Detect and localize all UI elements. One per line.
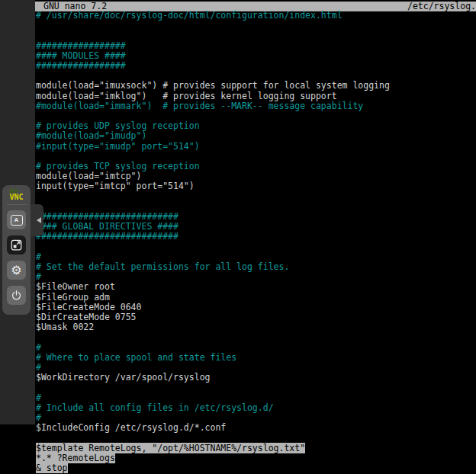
editor-line: # <box>36 393 476 403</box>
editor-line <box>36 21 476 30</box>
editor-line <box>36 433 476 443</box>
clipboard-button[interactable]: A <box>7 210 26 229</box>
editor-line <box>36 332 476 342</box>
fullscreen-button[interactable] <box>7 235 26 255</box>
editor-line: ########################### <box>36 232 476 242</box>
editor-line: # Set the default permissions for all lo… <box>36 262 476 272</box>
editor-line: $FileCreateMode 0640 <box>36 303 476 312</box>
editor-line <box>36 242 476 252</box>
selected-text: $template RemoteLogs, "/opt/%HOSTNAME%/r… <box>36 443 305 453</box>
editor-line: $IncludeConfig /etc/rsyslog.d/*.conf <box>36 423 476 433</box>
power-icon <box>11 290 22 301</box>
selected-text: *.* ?RemoteLogs <box>36 453 115 463</box>
editor-line: $WorkDirectory /var/spool/rsyslog <box>36 373 476 383</box>
editor-line: input(type="imtcp" port="514") <box>36 181 476 191</box>
toolbar-divider <box>7 204 27 205</box>
editor-line: *.* ?RemoteLogs <box>36 453 476 463</box>
power-button[interactable] <box>7 286 26 305</box>
editor-line: # Include all config files in /etc/rsysl… <box>36 403 476 413</box>
editor-content[interactable]: # /usr/share/doc/rsyslog-doc/html/config… <box>36 11 476 473</box>
gear-icon: ⚙ <box>11 264 21 277</box>
editor-line: # Where to place spool and state files <box>36 353 476 363</box>
fullscreen-icon <box>11 239 22 251</box>
editor-line: # /usr/share/doc/rsyslog-doc/html/config… <box>36 11 476 21</box>
editor-line: #input(type="imudp" port="514") <box>36 142 476 152</box>
editor-line <box>36 30 476 40</box>
editor-line: ################# <box>36 41 476 51</box>
editor-line: $template RemoteLogs, "/opt/%HOSTNAME%/r… <box>36 444 476 453</box>
editor-line: module(load="imklog") # provides kernel … <box>36 91 476 101</box>
editor-line <box>36 202 476 212</box>
terminal-window[interactable]: GNU nano 7.2 /etc/rsyslog. # /usr/share/… <box>35 0 476 474</box>
clipboard-a-icon: A <box>11 215 23 226</box>
editor-line: $FileOwner root <box>36 282 476 292</box>
editor-line: $DirCreateMode 0755 <box>36 312 476 322</box>
editor-line: ################# <box>36 61 476 71</box>
editor-line: #module(load="immark") # provides --MARK… <box>36 101 476 111</box>
settings-button[interactable]: ⚙ <box>7 261 26 280</box>
selected-text: & stop <box>36 463 68 473</box>
editor-line <box>36 152 476 162</box>
editor-line: # <box>36 343 476 353</box>
editor-line: #module(load="imudp") <box>36 131 476 141</box>
editor-line: $Umask 0022 <box>36 322 476 332</box>
novnc-logo: no VNC <box>9 188 23 200</box>
novnc-control-bar: no VNC A ⚙ <box>2 185 31 315</box>
editor-line <box>36 383 476 392</box>
editor-line: $FileGroup adm <box>36 293 476 303</box>
editor-line <box>36 192 476 202</box>
novnc-logo-vnc: VNC <box>9 194 23 200</box>
collapse-left-icon <box>37 217 41 223</box>
editor-line: module(load="imuxsock") # provides suppo… <box>36 81 476 91</box>
novnc-bar-handle[interactable] <box>31 204 43 236</box>
editor-line: # <box>36 252 476 262</box>
editor-line: #### MODULES #### <box>36 51 476 61</box>
editor-line: & stop <box>36 463 476 473</box>
